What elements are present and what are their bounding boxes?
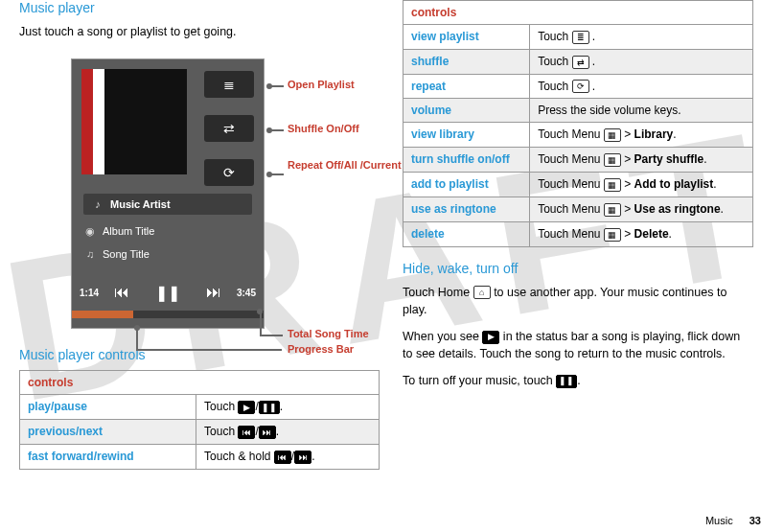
table-row: view libraryTouch Menu ▦ > Library. (404, 123, 753, 148)
play-icon: ▶ (482, 331, 499, 344)
action-cell: Touch ⟳ . (530, 74, 753, 99)
pause-button[interactable]: ❚❚ (145, 284, 191, 302)
shuffle-button[interactable]: ⇄ (204, 115, 254, 142)
repeat-icon: ⟳ (223, 165, 235, 180)
feature-cell: shuffle (404, 49, 530, 74)
feature-cell: previous/next (20, 419, 196, 444)
phone-screen: ≣ ⇄ ⟳ ♪ Music Artist ◉ Album Title ♫ Son… (72, 59, 264, 328)
action-cell: Touch Menu ▦ > Party shuffle. (530, 148, 753, 173)
transport-icon: ▶ (238, 401, 255, 414)
menu-icon: ▦ (604, 228, 621, 242)
callout-repeat: Repeat Off/All /Current (288, 159, 402, 172)
action-cell: Touch Menu ▦ > Delete. (530, 221, 753, 246)
transport-icon: ⏭ (259, 426, 276, 439)
table-row: view playlistTouch ≣ . (404, 25, 753, 50)
open-playlist-button[interactable]: ≣ (204, 71, 254, 98)
table-header: controls (20, 371, 380, 395)
para-statusbar: When you see ▶ in the status bar a song … (403, 328, 753, 362)
controls-table-right: controls view playlistTouch ≣ .shuffleTo… (403, 0, 753, 247)
action-cell: Touch Menu ▦ > Library. (530, 123, 753, 148)
transport-icon: ❚❚ (259, 401, 280, 414)
footer-category: Music (705, 515, 733, 526)
person-icon: ♪ (91, 197, 104, 211)
elapsed-time: 1:14 (80, 288, 99, 298)
transport-icon: ⏮ (238, 426, 255, 439)
callout-progress: Progress Bar (288, 343, 354, 355)
menu-icon: ▦ (604, 178, 621, 192)
heading-music-player: Music player (19, 0, 380, 15)
menu-icon: ⟳ (572, 80, 589, 93)
menu-icon: ▦ (604, 128, 621, 142)
feature-cell: view library (404, 123, 530, 148)
table-row: shuffleTouch ⇄ . (404, 49, 753, 74)
intro-text: Just touch a song or playlist to get goi… (19, 23, 380, 40)
table-row: use as ringtoneTouch Menu ▦ > Use as rin… (404, 197, 753, 221)
list-icon: ≣ (223, 77, 235, 92)
heading-hide-wake: Hide, wake, turn off (403, 261, 753, 276)
home-icon: ⌂ (473, 286, 491, 299)
feature-cell: add to playlist (404, 173, 530, 197)
callout-shuffle: Shuffle On/Off (288, 123, 359, 134)
total-time: 3:45 (237, 288, 256, 298)
table-row: repeatTouch ⟳ . (404, 74, 753, 99)
transport-icon: ⏭ (294, 451, 311, 464)
disc-icon: ◉ (83, 224, 97, 238)
feature-cell: fast forward/rewind (20, 444, 196, 469)
next-button[interactable]: ⏭ (191, 284, 237, 301)
action-cell: Touch ⇄ . (530, 49, 753, 74)
shuffle-icon: ⇄ (223, 121, 235, 136)
repeat-button[interactable]: ⟳ (204, 159, 254, 186)
feature-cell: view playlist (404, 25, 530, 50)
menu-icon: ▦ (604, 153, 621, 167)
table-row: add to playlistTouch Menu ▦ > Add to pla… (404, 173, 753, 197)
table-row: turn shuffle on/offTouch Menu ▦ > Party … (404, 148, 753, 173)
album-art (81, 69, 187, 174)
action-cell: Touch ▶/❚❚. (196, 395, 380, 420)
controls-table-left: controls play/pauseTouch ▶/❚❚.previous/n… (19, 370, 380, 469)
feature-cell: volume (404, 99, 530, 123)
menu-icon: ≣ (572, 31, 589, 44)
artist-row: ♪ Music Artist (83, 194, 252, 215)
footer-page: 33 (749, 515, 761, 526)
artist-label: Music Artist (110, 198, 171, 210)
para-turnoff: To turn off your music, touch ❚❚. (403, 372, 753, 389)
player-mockup: ≣ ⇄ ⟳ ♪ Music Artist ◉ Album Title ♫ Son… (19, 50, 364, 347)
action-cell: Touch Menu ▦ > Use as ringtone. (530, 197, 753, 221)
action-cell: Touch ≣ . (530, 25, 753, 50)
action-cell: Touch & hold ⏮/⏭. (196, 444, 380, 469)
album-label: Album Title (103, 225, 154, 237)
table-row: volumePress the side volume keys. (404, 99, 753, 123)
feature-cell: repeat (404, 74, 530, 99)
progress-bar[interactable] (72, 311, 264, 318)
table-row: play/pauseTouch ▶/❚❚. (20, 395, 380, 420)
transport-bar: 1:14 ⏮ ❚❚ ⏭ 3:45 (72, 276, 264, 309)
table-row: fast forward/rewindTouch & hold ⏮/⏭. (20, 444, 380, 469)
prev-button[interactable]: ⏮ (99, 284, 145, 301)
feature-cell: turn shuffle on/off (404, 148, 530, 173)
page-footer: Music 33 (705, 515, 761, 526)
table-header: controls (404, 1, 753, 25)
action-cell: Press the side volume keys. (530, 99, 753, 123)
action-cell: Touch Menu ▦ > Add to playlist. (530, 173, 753, 197)
para-home: Touch Home ⌂ to use another app. Your mu… (403, 284, 753, 318)
table-row: deleteTouch Menu ▦ > Delete. (404, 221, 753, 246)
action-cell: Touch ⏮/⏭. (196, 419, 380, 444)
menu-icon: ⇄ (572, 56, 589, 69)
song-label: Song Title (103, 248, 150, 260)
table-row: previous/nextTouch ⏮/⏭. (20, 419, 380, 444)
note-icon: ♫ (83, 247, 97, 261)
feature-cell: use as ringtone (404, 197, 530, 221)
callout-open-playlist: Open Playlist (288, 79, 355, 90)
song-row: ♫ Song Title (83, 247, 252, 261)
pause-icon: ❚❚ (556, 375, 577, 388)
menu-icon: ▦ (604, 203, 621, 217)
feature-cell: delete (404, 221, 530, 246)
feature-cell: play/pause (20, 395, 196, 420)
callout-total-time: Total Song Time (288, 328, 369, 339)
album-row: ◉ Album Title (83, 224, 252, 238)
transport-icon: ⏮ (274, 451, 291, 464)
